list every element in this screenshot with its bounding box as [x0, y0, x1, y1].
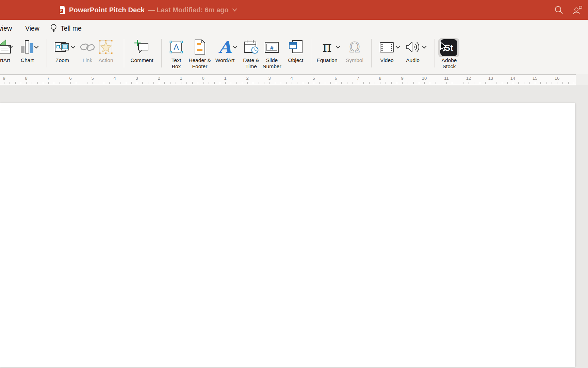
- document-title: PowerPoint Pitch Deck: [69, 6, 145, 14]
- ruler-tick: [242, 82, 242, 84]
- tab-tell-me[interactable]: Tell me: [50, 20, 82, 37]
- ruler-tick: [369, 82, 370, 84]
- chevron-down-icon[interactable]: [233, 46, 238, 49]
- ruler-tick: [413, 82, 414, 84]
- svg-text:P: P: [60, 9, 62, 13]
- ruler-tick: [347, 82, 347, 84]
- ruler-tick: [458, 82, 458, 84]
- ruler-tick: [115, 82, 115, 84]
- ruler-number: 14: [509, 76, 517, 81]
- ribbon-item-label: Comment: [127, 57, 157, 63]
- ruler-tick: [214, 82, 215, 84]
- ribbon-item-chart[interactable]: Chart: [12, 39, 43, 63]
- chevron-down-icon[interactable]: [395, 46, 400, 49]
- ruler-tick: [236, 82, 237, 84]
- ruler-number: 3: [266, 76, 273, 81]
- ruler-tick: [446, 82, 447, 84]
- last-modified-label[interactable]: — Last Modified: 6m ago: [148, 6, 229, 14]
- title-group[interactable]: P PowerPoint Pitch Deck — Last Modified:…: [59, 0, 237, 20]
- object-icon: [280, 39, 311, 55]
- tab-view[interactable]: View: [25, 20, 39, 37]
- ruler-tick: [463, 82, 463, 84]
- ruler-number: 9: [398, 76, 406, 81]
- symbol-omega-icon: Ω: [339, 39, 370, 55]
- ruler-tick: [441, 82, 441, 84]
- ruler-tick: [15, 82, 16, 84]
- ruler-tick: [546, 82, 546, 84]
- ribbon-item-equation[interactable]: π Equation: [312, 39, 342, 63]
- ruler-tick: [419, 82, 419, 84]
- ribbon-item-label: Action: [91, 57, 121, 63]
- ribbon-item-label: Stock: [434, 63, 464, 70]
- ribbon-insert-tab: rtArt Chart: [0, 37, 588, 74]
- ruler-tick: [424, 82, 425, 84]
- ruler-number: 2: [244, 76, 251, 81]
- tab-label: Tell me: [61, 25, 82, 32]
- ruler-number: 0: [199, 76, 207, 81]
- ruler-tick: [21, 82, 21, 84]
- ruler-number: 1: [177, 76, 185, 81]
- ruler-tick: [270, 82, 270, 84]
- ruler-tick: [491, 82, 491, 84]
- ruler-number: 3: [133, 76, 141, 81]
- ruler-tick: [247, 82, 248, 84]
- ruler-number: 5: [89, 76, 96, 81]
- ruler-tick: [529, 82, 530, 84]
- search-icon[interactable]: [554, 5, 564, 15]
- svg-text:A: A: [218, 39, 232, 55]
- ruler-tick: [341, 82, 342, 84]
- ruler-tick: [452, 82, 452, 84]
- ruler-number: 7: [354, 76, 362, 81]
- title-bar: P PowerPoint Pitch Deck — Last Modified:…: [0, 0, 588, 20]
- new-comment-icon: [127, 39, 157, 55]
- ruler-tick: [552, 82, 552, 84]
- ruler-tick: [402, 82, 403, 84]
- tab-review-partial[interactable]: view: [0, 20, 12, 37]
- chevron-down-icon[interactable]: [422, 46, 427, 49]
- mouse-cursor-arrow: [440, 42, 448, 52]
- ruler-tick: [524, 82, 524, 84]
- chevron-down-icon[interactable]: [336, 46, 340, 49]
- ruler-tick: [32, 82, 32, 84]
- ribbon-item-comment[interactable]: Comment: [127, 39, 157, 63]
- ruler-tick: [192, 82, 193, 84]
- chevron-down-icon[interactable]: [8, 46, 13, 49]
- ribbon-item-label: Object: [280, 57, 311, 63]
- ruler-tick: [303, 82, 303, 84]
- ruler-tick: [120, 82, 120, 84]
- ribbon-group-divider: [124, 39, 124, 67]
- ruler-tick: [203, 82, 203, 84]
- ruler-tick: [153, 82, 154, 84]
- ribbon-item-label: Footer: [184, 63, 215, 70]
- ribbon-item-action: Action: [91, 39, 121, 63]
- ruler-tick: [131, 82, 132, 84]
- ruler-tick: [535, 82, 535, 84]
- ruler-tick: [336, 82, 336, 84]
- ruler-tick: [330, 82, 331, 84]
- ruler-tick: [98, 82, 98, 84]
- ruler-tick: [363, 82, 364, 84]
- ruler-tick: [358, 82, 358, 84]
- ribbon-tab-row: view View Tell me Sha: [0, 20, 588, 37]
- ruler-tick: [297, 82, 297, 84]
- ruler-tick: [496, 82, 496, 84]
- ruler-tick: [480, 82, 480, 84]
- ruler-tick: [264, 82, 264, 84]
- ruler-number: 8: [376, 76, 384, 81]
- ruler-tick: [397, 82, 397, 84]
- ribbon-item-audio[interactable]: Audio: [397, 39, 428, 63]
- ruler-tick: [10, 82, 10, 84]
- chevron-down-icon[interactable]: [34, 46, 39, 49]
- ruler-tick: [142, 82, 143, 84]
- ruler-tick: [48, 82, 49, 84]
- slide-canvas[interactable]: [0, 103, 575, 367]
- ruler-tick: [507, 82, 508, 84]
- ruler-number: 6: [332, 76, 340, 81]
- account-feedback-icon[interactable]: [572, 5, 583, 15]
- ruler-tick: [292, 82, 292, 84]
- chevron-down-icon[interactable]: [71, 46, 76, 49]
- chevron-down-icon[interactable]: [232, 8, 237, 12]
- ruler-number: 5: [310, 76, 317, 81]
- ruler-number: 12: [465, 76, 472, 81]
- ribbon-item-object[interactable]: Object: [280, 39, 311, 63]
